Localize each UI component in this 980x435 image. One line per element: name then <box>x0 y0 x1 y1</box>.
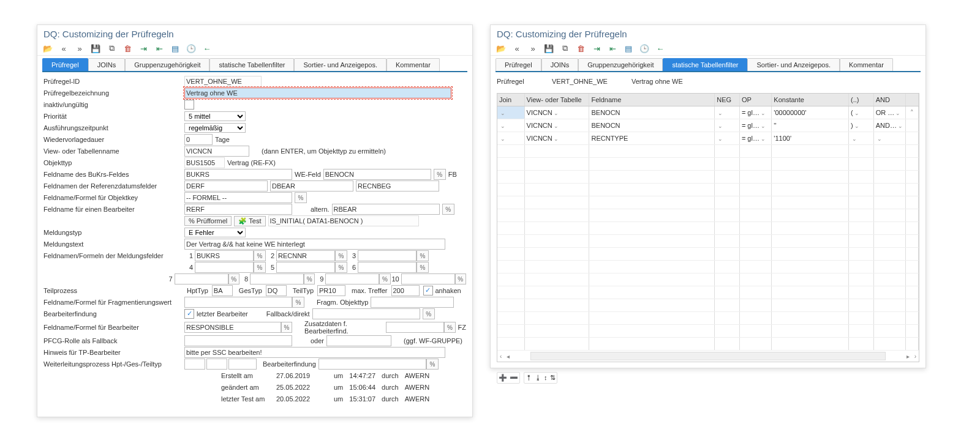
chk-anhaken[interactable] <box>423 286 433 296</box>
back-icon[interactable]: ← <box>202 43 213 54</box>
pct-icon[interactable]: % <box>379 273 390 284</box>
remove-row-icon[interactable]: ➖ <box>510 374 518 382</box>
save-icon[interactable]: 💾 <box>90 43 101 54</box>
fld-mf8[interactable] <box>250 273 304 284</box>
chevron-down-icon[interactable]: ⌄ <box>895 110 900 116</box>
fld-view[interactable]: VICNCN <box>184 146 249 157</box>
table-row-empty[interactable] <box>497 235 919 248</box>
table-row[interactable]: ⌄VICNCN⌄BENOCN⌄= gl…⌄'00000000'(⌄OR …⌄˄ <box>497 106 919 119</box>
pct-icon[interactable]: % <box>444 322 455 333</box>
tab-pruefregel[interactable]: Prüfregel <box>496 58 541 71</box>
table-row-empty[interactable] <box>497 222 919 235</box>
fld-wefeld[interactable]: BENOCN <box>323 169 431 180</box>
fld-max[interactable]: 200 <box>391 285 420 296</box>
fld-fragobj[interactable] <box>371 297 454 308</box>
chevron-down-icon[interactable]: ⌄ <box>718 110 723 116</box>
percent-icon[interactable]: % <box>434 169 446 180</box>
copy-icon[interactable]: ⧉ <box>106 43 117 54</box>
pct-icon[interactable]: % <box>455 273 466 284</box>
chevron-down-icon[interactable]: ⌄ <box>854 110 859 116</box>
fld-altern[interactable]: RBEAR <box>332 204 440 215</box>
back-icon[interactable]: ← <box>655 43 666 54</box>
last-icon[interactable]: » <box>74 43 85 54</box>
fld-ges[interactable]: DQ <box>266 285 287 296</box>
pct-icon[interactable]: % <box>423 308 435 319</box>
delete-icon[interactable]: 🗑 <box>122 43 133 54</box>
chevron-down-icon[interactable]: ⌄ <box>500 110 505 116</box>
table-row[interactable]: ⌄VICNCN⌄BENOCN⌄= gl…⌄'')⌄AND…⌄ <box>497 119 919 132</box>
fld-mf9[interactable] <box>325 273 379 284</box>
pct-icon[interactable]: % <box>335 262 347 273</box>
chevron-down-icon[interactable]: ⌄ <box>718 136 723 142</box>
delete-icon[interactable]: 🗑 <box>575 43 586 54</box>
sel-exec[interactable]: regelmäßig <box>184 123 246 133</box>
fld-pfcg[interactable] <box>184 335 292 346</box>
table-row-empty[interactable] <box>497 286 919 299</box>
scroll-left-end-icon[interactable]: ‹ <box>497 353 504 360</box>
add-row-icon[interactable]: ➕ <box>499 374 507 382</box>
tab-sort[interactable]: Sortier- und Anzeigepos. <box>294 58 386 71</box>
move-icon-4[interactable]: ⇅ <box>550 374 556 382</box>
percent-icon-2[interactable]: % <box>442 204 454 215</box>
fld-objkey[interactable]: -- FORMEL -- <box>184 192 292 203</box>
tab-pruefregel[interactable]: Prüfregel <box>42 58 88 71</box>
table-row-empty[interactable] <box>497 273 919 286</box>
pct-icon[interactable]: % <box>335 250 347 261</box>
copy-icon[interactable]: ⧉ <box>559 43 570 54</box>
tab-joins[interactable]: JOINs <box>88 58 126 71</box>
fld-zusatz[interactable] <box>386 322 444 333</box>
fld-fwd2[interactable] <box>206 359 227 370</box>
list-icon[interactable]: ▤ <box>623 43 634 54</box>
clock-icon[interactable]: 🕒 <box>186 43 197 54</box>
chevron-down-icon[interactable]: ⌄ <box>554 110 559 116</box>
import-icon[interactable]: ⇤ <box>607 43 618 54</box>
export-icon[interactable]: ⇥ <box>138 43 149 54</box>
fld-bukrs[interactable]: BUKRS <box>184 169 292 180</box>
chevron-down-icon[interactable]: ⌄ <box>852 136 857 142</box>
table-row-empty[interactable] <box>497 171 919 184</box>
table-row-empty[interactable] <box>497 196 919 209</box>
table-row-empty[interactable] <box>497 261 919 273</box>
chk-lasteditor[interactable] <box>184 309 194 319</box>
chevron-down-icon[interactable]: ⌄ <box>761 123 766 129</box>
table-row-empty[interactable] <box>497 158 919 171</box>
fld-hpt[interactable]: BA <box>212 285 233 296</box>
tab-gruppen[interactable]: Gruppenzugehörigkeit <box>125 58 209 71</box>
fld-ref1[interactable]: DERF <box>184 180 268 191</box>
formula-icon[interactable]: % <box>295 192 307 203</box>
chevron-down-icon[interactable]: ⌄ <box>718 123 723 129</box>
chevron-down-icon[interactable]: ⌄ <box>500 136 505 142</box>
chevron-down-icon[interactable]: ⌄ <box>554 123 559 129</box>
scroll-right-icon[interactable]: ▸ <box>904 353 912 360</box>
fld-resub[interactable]: 0 <box>184 134 213 145</box>
tab-kommentar[interactable]: Kommentar <box>840 58 893 71</box>
sel-msgtype[interactable]: E Fehler <box>184 228 246 237</box>
tab-filter[interactable]: statische Tabellenfilter <box>209 58 294 71</box>
move-icon-1[interactable]: ⭱ <box>526 374 532 382</box>
pct-icon[interactable]: % <box>304 273 315 284</box>
chevron-down-icon[interactable]: ⌄ <box>500 123 505 129</box>
fld-fragval[interactable] <box>184 297 292 308</box>
table-row-empty[interactable] <box>497 312 919 325</box>
table-row[interactable]: ⌄VICNCN⌄RECNTYPE⌄= gl…⌄'1100'⌄⌄ <box>497 132 919 145</box>
fld-fwd3[interactable] <box>228 359 257 370</box>
tab-gruppen[interactable]: Gruppenzugehörigkeit <box>578 58 663 71</box>
pct-icon[interactable]: % <box>426 359 439 370</box>
fld-fallback[interactable] <box>312 308 420 319</box>
fld-mf5[interactable] <box>276 262 335 273</box>
fld-mf6[interactable] <box>358 262 417 273</box>
import-icon[interactable]: ⇤ <box>154 43 165 54</box>
chevron-down-icon[interactable]: ⌄ <box>898 123 903 129</box>
table-row-empty[interactable] <box>497 325 919 338</box>
open-icon[interactable]: 📂 <box>42 43 53 54</box>
chevron-down-icon[interactable]: ⌄ <box>554 136 559 142</box>
chevron-down-icon[interactable]: ⌄ <box>761 136 766 142</box>
tab-joins[interactable]: JOINs <box>541 58 579 71</box>
sel-prio[interactable]: 5 mittel <box>184 111 246 121</box>
list-icon[interactable]: ▤ <box>170 43 181 54</box>
first-icon[interactable]: « <box>58 43 69 54</box>
fld-ref2[interactable]: DBEAR <box>270 180 353 191</box>
scroll-left-icon[interactable]: ◂ <box>504 353 512 360</box>
fld-hint[interactable]: bitte per SSC bearbeiten! <box>184 347 445 358</box>
tab-sort[interactable]: Sortier- und Anzeigepos. <box>747 58 839 71</box>
